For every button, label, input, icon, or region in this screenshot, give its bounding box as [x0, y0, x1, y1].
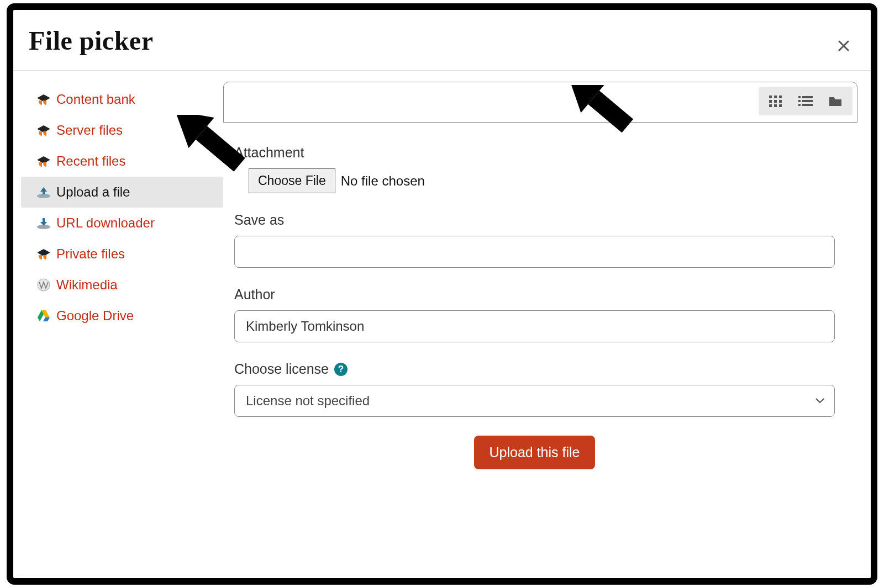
moodle-icon — [36, 92, 51, 107]
repository-sidebar: Content bank Server files Recent files U… — [13, 71, 223, 573]
sidebar-item-label: Wikimedia — [56, 277, 118, 293]
author-input[interactable] — [234, 310, 835, 342]
attachment-label: Attachment — [234, 145, 835, 161]
sidebar-item-server-files[interactable]: Server files — [21, 115, 223, 146]
moodle-icon — [36, 247, 51, 261]
svg-rect-12 — [798, 96, 801, 98]
dialog-body: Content bank Server files Recent files U… — [13, 71, 871, 573]
help-icon[interactable]: ? — [334, 363, 348, 376]
svg-rect-15 — [802, 100, 813, 102]
view-list-button[interactable] — [791, 89, 820, 113]
list-icon — [798, 95, 813, 107]
sidebar-item-wikimedia[interactable]: Wikimedia — [21, 269, 223, 300]
view-mode-group — [759, 87, 853, 115]
sidebar-item-url-downloader[interactable]: URL downloader — [21, 208, 223, 239]
svg-rect-4 — [774, 96, 777, 98]
save-as-field: Save as — [234, 212, 835, 268]
sidebar-item-recent-files[interactable]: Recent files — [21, 146, 223, 177]
download-icon — [36, 216, 51, 230]
sidebar-item-label: URL downloader — [56, 215, 155, 231]
svg-point-0 — [37, 194, 50, 198]
upload-this-file-button[interactable]: Upload this file — [474, 436, 596, 469]
svg-rect-11 — [779, 104, 782, 107]
dialog-header: File picker — [13, 10, 871, 71]
wikimedia-icon — [36, 278, 51, 292]
sidebar-item-label: Content bank — [56, 92, 135, 107]
moodle-icon — [36, 123, 51, 137]
view-icons-button[interactable] — [761, 89, 791, 113]
svg-rect-5 — [779, 96, 782, 98]
view-tree-button[interactable] — [820, 89, 850, 113]
content-toolbar — [223, 82, 857, 123]
grid-icon — [769, 95, 783, 107]
author-field: Author — [234, 287, 835, 342]
sidebar-item-label: Private files — [56, 246, 125, 262]
close-button[interactable] — [835, 38, 852, 54]
content-area: Attachment Choose File No file chosen Sa… — [223, 71, 871, 573]
file-picker-dialog: File picker Content bank Server files — [7, 3, 877, 585]
sidebar-item-label: Recent files — [56, 153, 125, 169]
svg-rect-14 — [798, 100, 801, 102]
sidebar-item-content-bank[interactable]: Content bank — [21, 84, 223, 115]
sidebar-item-label: Server files — [56, 123, 123, 138]
author-label: Author — [234, 287, 835, 303]
dialog-title: File picker — [29, 25, 849, 56]
choose-file-button[interactable]: Choose File — [249, 168, 335, 193]
upload-icon — [36, 185, 51, 199]
moodle-icon — [36, 154, 51, 168]
sidebar-item-upload-a-file[interactable]: Upload a file — [21, 177, 223, 208]
no-file-chosen-text: No file chosen — [341, 173, 425, 189]
upload-form: Attachment Choose File No file chosen Sa… — [223, 123, 857, 469]
save-as-input[interactable] — [234, 236, 835, 268]
svg-rect-13 — [802, 96, 813, 98]
close-icon — [838, 40, 850, 52]
license-select[interactable]: License not specified — [234, 385, 835, 417]
svg-rect-6 — [769, 100, 772, 103]
svg-point-2 — [38, 279, 50, 291]
svg-rect-9 — [769, 104, 772, 107]
license-label: Choose license ? — [234, 361, 835, 377]
license-field: Choose license ? License not specified — [234, 361, 835, 417]
svg-rect-17 — [802, 104, 813, 106]
sidebar-item-label: Upload a file — [56, 184, 130, 200]
save-as-label: Save as — [234, 212, 835, 228]
sidebar-item-private-files[interactable]: Private files — [21, 239, 223, 269]
svg-rect-7 — [774, 100, 777, 103]
sidebar-item-label: Google Drive — [56, 308, 134, 324]
attachment-field: Attachment Choose File No file chosen — [234, 145, 835, 193]
svg-rect-8 — [779, 100, 782, 103]
svg-rect-16 — [798, 104, 801, 106]
svg-rect-10 — [774, 104, 777, 107]
sidebar-item-google-drive[interactable]: Google Drive — [21, 300, 223, 331]
google-drive-icon — [36, 309, 51, 323]
folder-icon — [828, 95, 843, 107]
svg-rect-3 — [769, 96, 772, 98]
